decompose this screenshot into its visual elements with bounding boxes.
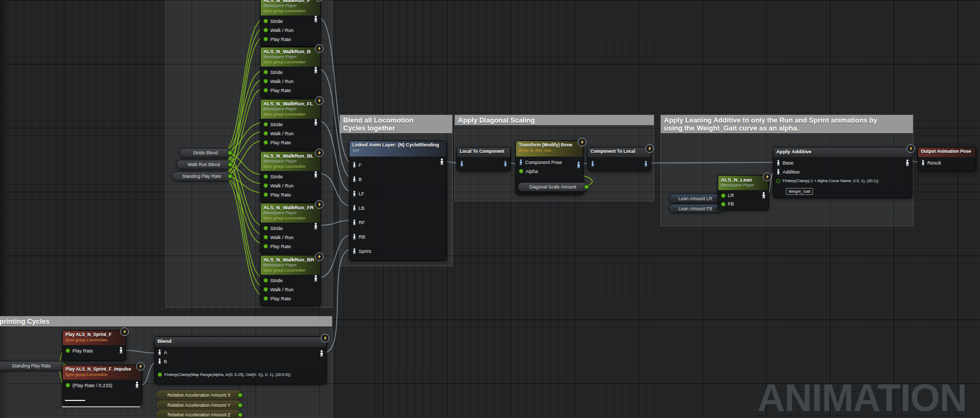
pill-relative-acceleration-y[interactable]: Relative Acceleration Amount Y: [156, 400, 242, 409]
output-pin[interactable]: [238, 412, 243, 417]
pin-lf[interactable]: LF: [350, 186, 446, 201]
curve-name-box[interactable]: Weight_Gait: [786, 188, 813, 195]
fast-path-icon: [315, 149, 323, 157]
pin-base[interactable]: Base: [774, 158, 912, 167]
pin-b[interactable]: B: [155, 357, 326, 366]
comment-title-bar[interactable]: Apply Diagonal Scaling: [455, 115, 654, 125]
pill-lean-amount-fb[interactable]: Lean Amount FB: [669, 204, 722, 213]
pill-relative-acceleration-x[interactable]: Relative Acceleration Amount X: [156, 390, 242, 399]
node-output-animation-pose[interactable]: Output Animation Pose Result: [918, 147, 976, 171]
pose-output-pin[interactable]: [503, 161, 508, 167]
pin-stride[interactable]: Stride: [261, 276, 320, 285]
comment-title-bar[interactable]: Apply Leaning Additive to only the Run a…: [661, 115, 913, 133]
pin-stride[interactable]: Stride: [261, 172, 320, 181]
pin-stride[interactable]: Stride: [261, 17, 320, 26]
pose-output-pin[interactable]: [313, 275, 318, 282]
pin-walk-run[interactable]: Walk / Run: [261, 26, 320, 35]
pin-walk-run[interactable]: Walk / Run: [261, 233, 320, 242]
pose-output-pin[interactable]: [313, 15, 318, 22]
pose-output-pin[interactable]: [644, 161, 648, 167]
pill-lean-amount-lr[interactable]: Lean Amount LR: [669, 194, 722, 203]
node-als-n-walkrun-br[interactable]: ALS_N_WalkRun_BR Blendspace Player Sync …: [260, 255, 321, 306]
output-pin[interactable]: [228, 174, 232, 179]
pin-component-pose[interactable]: Component Pose: [516, 158, 583, 167]
pill-stride-blend[interactable]: Stride Blend: [179, 148, 231, 158]
output-pin[interactable]: [228, 162, 232, 167]
pin-play-rate[interactable]: Play Rate: [63, 346, 126, 355]
pose-output-pin[interactable]: [313, 223, 318, 230]
pose-output-pin[interactable]: [439, 158, 444, 165]
pose-output-pin[interactable]: [313, 171, 318, 178]
pin-fb[interactable]: FB: [718, 200, 768, 208]
pin-alpha[interactable]: Alpha: [516, 167, 583, 176]
pose-input-pin[interactable]: [460, 161, 464, 167]
pin-a[interactable]: A: [155, 348, 326, 357]
pin-alpha-expression[interactable]: FInterp(Clamp(Map Range(Alpha, in(0: 0.2…: [155, 370, 326, 379]
pin-additive[interactable]: Additive: [774, 167, 912, 176]
pose-output-pin[interactable]: [135, 381, 139, 388]
pin-play-rate[interactable]: Play Rate: [261, 242, 320, 251]
pin-rf[interactable]: RF: [350, 215, 446, 230]
comment-title-bar[interactable]: printing Cycles: [0, 316, 332, 326]
pin-play-rate[interactable]: Play Rate: [261, 138, 320, 147]
pin-stride[interactable]: Stride: [261, 68, 320, 77]
output-pin[interactable]: [228, 151, 232, 155]
pin-walk-run[interactable]: Walk / Run: [261, 129, 320, 138]
output-pin[interactable]: [584, 185, 589, 190]
pill-standing-play-rate-sprint[interactable]: Standing Play Rate: [0, 361, 66, 371]
pill-relative-acceleration-z[interactable]: Relative Acceleration Amount Z: [156, 410, 242, 418]
pin-lb[interactable]: LB: [350, 201, 446, 215]
node-local-to-component[interactable]: Local To Component: [456, 147, 511, 171]
pose-output-pin[interactable]: [119, 347, 123, 354]
pin-play-rate[interactable]: Play Rate: [261, 35, 320, 44]
pill-standing-play-rate[interactable]: Standing Play Rate: [172, 171, 231, 181]
node-als-n-walkrun-f[interactable]: ALS_N_WalkRun_F Blendspace Player Sync g…: [260, 0, 321, 47]
pose-output-pin[interactable]: [313, 67, 318, 73]
output-pin[interactable]: [238, 392, 243, 397]
node-component-to-local[interactable]: Component To Local: [587, 147, 651, 171]
pill-walk-run-blend[interactable]: Walk Run Blend: [176, 160, 231, 169]
pin-lr[interactable]: LR: [718, 191, 768, 200]
pin-play-rate[interactable]: Play Rate: [261, 294, 320, 303]
node-title: Transform (Modify) Bone: [519, 142, 580, 148]
pin-dot: [263, 19, 268, 23]
pose-pin-icon: [776, 169, 780, 175]
pin-walk-run[interactable]: Walk / Run: [261, 181, 320, 190]
pose-input-pin[interactable]: [591, 161, 595, 167]
node-subtitle: Blendspace Player: [263, 210, 318, 216]
pin-rb[interactable]: RB: [350, 230, 446, 244]
pose-output-pin[interactable]: [761, 192, 766, 199]
node-subtitle: Blendspace Player: [263, 159, 318, 164]
pin-stride[interactable]: Stride: [261, 120, 320, 129]
pin-walk-run[interactable]: Walk / Run: [261, 77, 320, 86]
node-blend[interactable]: Blend A B FInterp(Clamp(Map Range(Alpha,…: [154, 337, 327, 384]
pin-play-rate[interactable]: (Play Rate / 0.233): [63, 381, 142, 390]
node-als-n-walkrun-fr[interactable]: ALS_N_WalkRun_FR Blendspace Player Sync …: [260, 203, 321, 254]
node-play-als-n-sprint-f-impulse[interactable]: Play ALS_N_Sprint_F_Impulse Sync group L…: [62, 365, 142, 405]
pose-output-pin[interactable]: [905, 159, 910, 166]
node-als-n-walkrun-bl[interactable]: ALS_N_WalkRun_BL Blendspace Player Sync …: [260, 151, 321, 202]
comment-title-bar[interactable]: Blend all Locomotion Cycles together: [340, 115, 452, 133]
node-als-n-walkrun-fl[interactable]: ALS_N_WalkRun_FL Blendspace Player Sync …: [260, 99, 321, 150]
pose-output-pin[interactable]: [576, 161, 581, 168]
pose-output-pin[interactable]: [319, 350, 324, 357]
node-linked-anim-layer-cycleblending[interactable]: Linked Anim Layer: (N) CycleBlending Sel…: [349, 141, 447, 261]
pill-diagonal-scale-amount[interactable]: Diagonal Scale Amount: [518, 182, 588, 192]
pin-sprint[interactable]: Sprint: [350, 244, 446, 258]
pin-alpha-expression[interactable]: FInterp(Clamp(-1 + Alpha Curve Name, 0.5…: [774, 176, 912, 185]
pin-play-rate[interactable]: Play Rate: [261, 86, 320, 95]
pose-output-pin[interactable]: [313, 119, 318, 126]
pin-result[interactable]: Result: [918, 158, 976, 167]
pin-walk-run[interactable]: Walk / Run: [261, 285, 320, 294]
node-als-n-walkrun-b[interactable]: ALS_N_WalkRun_B Blendspace Player Sync g…: [260, 47, 321, 98]
animgraph-canvas[interactable]: Blend all Locomotion Cycles together App…: [0, 0, 980, 418]
pin-stride[interactable]: Stride: [261, 224, 320, 233]
output-pin[interactable]: [238, 403, 243, 407]
pin-f[interactable]: F: [350, 158, 446, 172]
pin-play-rate[interactable]: Play Rate: [261, 190, 320, 199]
node-als-n-lean[interactable]: ALS_N_Lean Blendspace Player LR FB: [718, 175, 769, 210]
node-apply-additive[interactable]: Apply Additive Base Additive FInterp(Cla…: [773, 147, 912, 198]
pin-b[interactable]: B: [350, 172, 446, 186]
node-play-als-n-sprint-f[interactable]: Play ALS_N_Sprint_F Sync group Locomotio…: [62, 330, 126, 361]
fast-path-icon: [321, 334, 329, 342]
